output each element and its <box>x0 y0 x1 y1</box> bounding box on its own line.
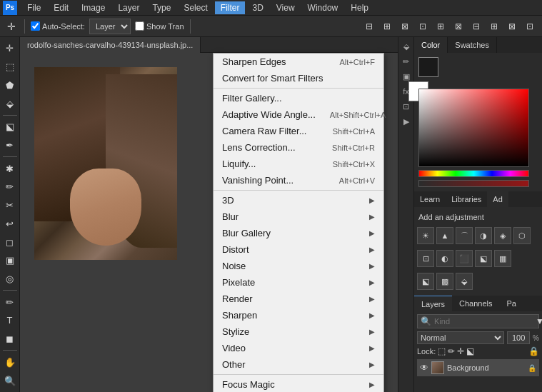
filter-render[interactable]: Render ▶ <box>214 291 383 307</box>
filter-blur-gallery[interactable]: Blur Gallery ▶ <box>214 225 383 241</box>
adj-channel-mixer[interactable]: ⬕ <box>475 250 492 267</box>
filter-liquify[interactable]: Liquify... Shift+Ctrl+X <box>214 156 383 172</box>
filter-pixelate[interactable]: Pixelate ▶ <box>214 274 383 291</box>
tab-swatches[interactable]: Swatches <box>448 37 497 53</box>
filter-gallery[interactable]: Filter Gallery... <box>214 90 383 106</box>
filter-stylize[interactable]: Stylize ▶ <box>214 323 383 340</box>
adj-vibrance[interactable]: ◈ <box>494 227 511 244</box>
tool-hand[interactable]: ✋ <box>1 353 19 371</box>
opacity-slider[interactable] <box>418 180 529 187</box>
tab-learn[interactable]: Learn <box>414 191 446 207</box>
tool-wand[interactable]: ⬙ <box>1 95 19 112</box>
auto-select-checkbox[interactable]: Auto-Select: <box>31 21 85 31</box>
tab-channels[interactable]: Channels <box>452 296 499 311</box>
adj-levels[interactable]: ▲ <box>436 227 453 244</box>
layer-visibility-icon[interactable]: 👁 <box>420 363 428 373</box>
foreground-color[interactable] <box>418 57 438 77</box>
layers-kind-filter[interactable] <box>434 317 533 326</box>
adj-invert[interactable]: ⬕ <box>417 273 434 290</box>
show-transform-check[interactable] <box>135 21 144 31</box>
hue-slider[interactable] <box>418 170 529 177</box>
menu-image[interactable]: Image <box>76 1 111 14</box>
tab-paths[interactable]: Pa <box>500 296 523 311</box>
tab-color[interactable]: Color <box>414 37 448 53</box>
filter-sharpen[interactable]: Sharpen ▶ <box>214 307 383 323</box>
tool-select-rect[interactable]: ⬚ <box>1 59 19 76</box>
filter-vanishing[interactable]: Vanishing Point... Alt+Ctrl+V <box>214 172 383 189</box>
align-x2-btn[interactable]: ⊡ <box>522 19 538 34</box>
canvas-tab[interactable]: rodolfo-sanches-carvalho-439134-unsplash… <box>20 37 201 53</box>
opacity-input[interactable] <box>507 331 530 344</box>
canvas-area[interactable]: rodolfo-sanches-carvalho-439134-unsplash… <box>20 37 398 392</box>
adj-curves[interactable]: ⌒ <box>456 227 473 244</box>
align-x1-btn[interactable]: ⊠ <box>504 19 520 34</box>
lock-position-icon[interactable]: ✛ <box>457 346 464 356</box>
tool-blur[interactable]: ◎ <box>1 271 19 288</box>
filter-noise[interactable]: Noise ▶ <box>214 258 383 274</box>
blend-mode-select[interactable]: Normal <box>417 331 504 344</box>
tab-layers[interactable]: Layers <box>414 296 452 311</box>
layer-background[interactable]: 👁 Background 🔒 <box>417 359 539 376</box>
filter-lens[interactable]: Lens Correction... Shift+Ctrl+R <box>214 139 383 156</box>
adj-bw[interactable]: ◐ <box>436 250 453 267</box>
tool-pen[interactable]: ✏ <box>1 293 19 311</box>
filter-distort[interactable]: Distort ▶ <box>214 241 383 258</box>
tool-history[interactable]: ↩ <box>1 215 19 232</box>
filter-focus-magic[interactable]: Focus Magic ▶ <box>214 376 383 392</box>
tool-stamp[interactable]: ✂ <box>1 197 19 214</box>
tool-crop[interactable]: ⬕ <box>1 119 19 136</box>
menu-3d[interactable]: 3D <box>246 1 269 14</box>
align-top-btn[interactable]: ⊟ <box>361 19 377 34</box>
lock-paint-icon[interactable]: ✏ <box>448 346 455 356</box>
menu-filter[interactable]: Filter <box>215 1 246 14</box>
menu-view[interactable]: View <box>271 1 301 14</box>
tool-text[interactable]: T <box>1 312 19 329</box>
adj-threshold[interactable]: ⬙ <box>456 273 473 290</box>
tool-shape[interactable]: ◼ <box>1 331 19 348</box>
filter-blur[interactable]: Blur ▶ <box>214 208 383 225</box>
rt-play[interactable]: ▶ <box>400 115 413 128</box>
tool-move[interactable]: ✛ <box>1 40 19 57</box>
align-bottom-btn[interactable]: ⊠ <box>397 19 413 34</box>
align-hmid-btn[interactable]: ⊞ <box>433 19 448 34</box>
rt-mask[interactable]: ⊡ <box>400 100 413 113</box>
color-spectrum[interactable] <box>418 89 529 167</box>
menu-layer[interactable]: Layer <box>112 1 145 14</box>
align-hdist-btn[interactable]: ⊞ <box>486 19 502 34</box>
rt-color-settings[interactable]: ⬙ <box>400 40 413 53</box>
filter-3d[interactable]: 3D ▶ <box>214 192 383 208</box>
tool-brush[interactable]: ✏ <box>1 179 19 196</box>
tab-libraries[interactable]: Libraries <box>446 191 487 207</box>
menu-help[interactable]: Help <box>345 1 374 14</box>
tab-adjustments[interactable]: Ad <box>487 191 508 207</box>
rt-brush[interactable]: ✏ <box>400 55 413 68</box>
align-vdist-btn[interactable]: ⊟ <box>468 19 484 34</box>
filter-smart-filters[interactable]: Convert for Smart Filters <box>214 70 383 86</box>
adj-hsl[interactable]: ⬡ <box>513 227 531 244</box>
filter-adaptive[interactable]: Adaptive Wide Angle... Alt+Shift+Ctrl+A <box>214 106 383 123</box>
filter-camera-raw[interactable]: Camera Raw Filter... Shift+Ctrl+A <box>214 123 383 139</box>
adj-photo-filter[interactable]: ⬛ <box>456 250 473 267</box>
filter-sharpen-edges[interactable]: Sharpen Edges Alt+Ctrl+F <box>214 54 383 70</box>
adj-colorbalance[interactable]: ⊡ <box>417 250 434 267</box>
tool-gradient[interactable]: ▣ <box>1 252 19 269</box>
lock-artboard-icon[interactable]: ⬕ <box>466 346 474 356</box>
auto-select-type[interactable]: Layer <box>89 19 131 34</box>
adj-brightness[interactable]: ☀ <box>417 227 434 244</box>
align-center-btn[interactable]: ⊞ <box>379 19 395 34</box>
show-transform-checkbox[interactable]: Show Tran <box>135 21 184 31</box>
filter-other[interactable]: Other ▶ <box>214 356 383 373</box>
menu-type[interactable]: Type <box>146 1 176 14</box>
tool-lasso[interactable]: ⬟ <box>1 76 19 94</box>
adj-posterize[interactable]: ▩ <box>436 273 453 290</box>
lock-all-icon[interactable]: 🔒 <box>528 346 539 356</box>
tool-eyedrop[interactable]: ✒ <box>1 137 19 154</box>
adj-exposure[interactable]: ◑ <box>475 227 492 244</box>
tool-heal[interactable]: ✱ <box>1 160 19 177</box>
tool-zoom[interactable]: 🔍 <box>1 372 19 389</box>
menu-window[interactable]: Window <box>302 1 344 14</box>
layers-search-bar[interactable]: 🔍 ▼ <box>417 314 539 328</box>
filter-video[interactable]: Video ▶ <box>214 340 383 356</box>
adj-colorlookup[interactable]: ▦ <box>494 250 511 267</box>
auto-select-check[interactable] <box>31 21 40 31</box>
